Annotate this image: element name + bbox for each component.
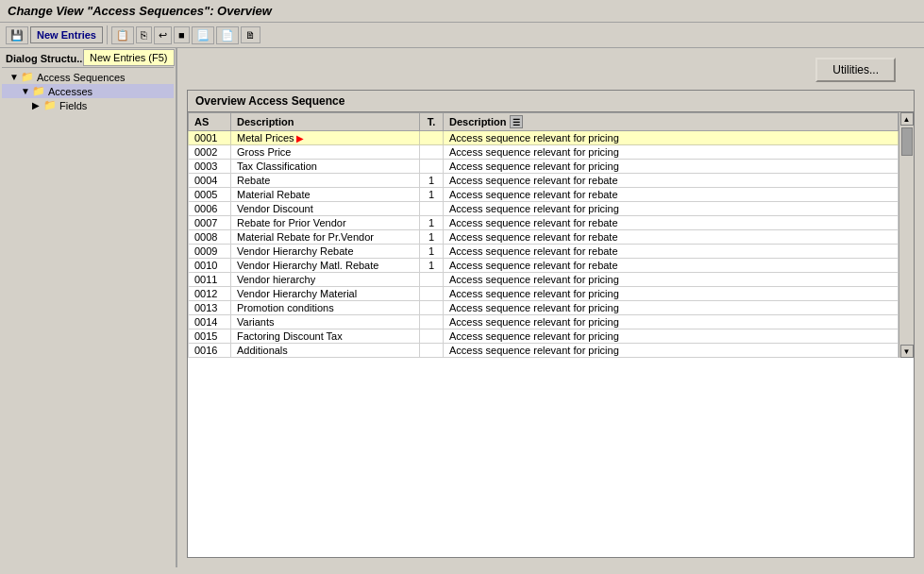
table-row[interactable]: 0003Tax ClassificationAccess sequence re… [189,160,899,174]
table-row[interactable]: 0009Vendor Hierarchy Rebate1Access seque… [189,245,899,259]
doc3-icon: 🗎 [245,29,256,41]
table-row[interactable]: 0012Vendor Hierarchy MaterialAccess sequ… [189,287,899,301]
copy-button[interactable]: 📋 [111,26,134,44]
check-icon: ■ [178,29,185,41]
cell-description: Promotion conditions [231,301,420,315]
doc1-button[interactable]: 📃 [192,26,214,44]
table-row[interactable]: 0006Vendor DiscountAccess sequence relev… [189,202,899,216]
utilities-button[interactable]: Utilities... [815,58,896,82]
col-settings-icon[interactable]: ☰ [510,115,523,128]
new-entries-button[interactable]: New Entries [30,26,103,43]
cell-type: 1 [420,174,444,188]
tree-label-access-sequences: Access Sequences [37,72,126,83]
cell-as: 0003 [189,160,231,174]
cell-description: Vendor Discount [231,202,420,216]
table-row[interactable]: 0005Material Rebate1Access sequence rele… [189,188,899,202]
undo-button[interactable]: ↩ [154,26,172,44]
cell-description2: Access sequence relevant for pricing [444,301,899,315]
table-row[interactable]: 0010Vendor Hierarchy Matl. Rebate1Access… [189,259,899,273]
cell-type: 1 [420,230,444,245]
doc2-button[interactable]: 📄 [216,26,239,44]
cell-description: Vendor Hierarchy Matl. Rebate [231,259,420,273]
save-button[interactable]: 💾 [6,26,28,44]
cell-type: 1 [420,216,444,230]
cell-as: 0007 [189,216,231,230]
cell-type [420,202,444,216]
scroll-up-arrow[interactable]: ▲ [900,112,914,126]
doc3-button[interactable]: 🗎 [241,26,260,43]
cell-description: Rebate [231,174,420,188]
vertical-scrollbar[interactable]: ▲ ▼ [899,112,914,358]
cell-description: Rebate for Prior Vendor [231,216,420,230]
cell-type [420,273,444,287]
cell-as: 0013 [189,301,231,315]
cell-description2: Access sequence relevant for pricing [444,315,899,329]
table-row[interactable]: 0004Rebate1Access sequence relevant for … [189,174,899,188]
table-row[interactable]: 0016AdditionalsAccess sequence relevant … [189,344,899,358]
cell-description2: Access sequence relevant for pricing [444,131,899,145]
cell-description2: Access sequence relevant for pricing [444,329,899,344]
cell-type [420,287,444,301]
table-row[interactable]: 0011Vendor hierarchyAccess sequence rele… [189,273,899,287]
table-row[interactable]: 0015Factoring Discount TaxAccess sequenc… [189,329,899,344]
cell-type [420,329,444,344]
cell-description2: Access sequence relevant for rebate [444,230,899,245]
main-area: Dialog Structu... ▼ 📁 Access Sequences ▼… [0,48,924,567]
table-row[interactable]: 0007Rebate for Prior Vendor1Access seque… [189,216,899,230]
col-header-description: Description [231,113,420,131]
table-wrapper: AS Description T. Descript [188,112,914,552]
cell-type: 1 [420,245,444,259]
check-button[interactable]: ■ [174,26,190,43]
cell-type [420,145,444,160]
tree-arrow-accesses: ▼ [21,86,30,96]
table-row[interactable]: 0002Gross PriceAccess sequence relevant … [189,145,899,160]
tree-label-fields: Fields [59,100,87,111]
table-row[interactable]: 0008Material Rebate for Pr.Vendor1Access… [189,230,899,245]
new-entries-label: New Entries [37,29,96,41]
tree-arrow-access-sequences: ▼ [9,72,19,82]
scroll-thumb[interactable] [901,127,913,156]
cell-description: Factoring Discount Tax [231,329,420,344]
copy2-icon: ⎘ [141,29,147,41]
cell-description: Material Rebate [231,188,420,202]
undo-icon: ↩ [159,29,167,42]
doc1-icon: 📃 [196,29,210,42]
cell-as: 0008 [189,230,231,245]
cell-description: Vendor Hierarchy Rebate [231,245,420,259]
cell-description2: Access sequence relevant for pricing [444,202,899,216]
cell-description: Tax Classification [231,160,420,174]
folder-icon-fields: 📁 [43,99,57,111]
cell-description2: Access sequence relevant for rebate [444,188,899,202]
scroll-area: AS Description T. Descript [188,112,914,358]
cell-as: 0014 [189,315,231,329]
cell-description: Variants [231,315,420,329]
cell-as: 0010 [189,259,231,273]
table-row[interactable]: 0014VariantsAccess sequence relevant for… [189,315,899,329]
cell-description: Gross Price [231,145,420,160]
toolbar: 💾 New Entries 📋 ⎘ ↩ ■ 📃 📄 🗎 New Entries … [0,23,924,48]
tree-item-fields[interactable]: ▶ 📁 Fields [2,98,174,112]
selection-marker: ▶ [294,133,305,144]
copy2-button[interactable]: ⎘ [136,26,152,43]
cell-as: 0002 [189,145,231,160]
cell-description: Additionals [231,344,420,358]
copy-icon: 📋 [116,29,129,42]
tree-label-accesses: Accesses [48,86,92,97]
tree-item-access-sequences[interactable]: ▼ 📁 Access Sequences [2,70,174,84]
table-row[interactable]: 0013Promotion conditionsAccess sequence … [189,301,899,315]
new-entries-tooltip: New Entries (F5) [83,49,175,66]
cell-description2: Access sequence relevant for pricing [444,145,899,160]
folder-icon-access-sequences: 📁 [21,71,34,83]
cell-as: 0012 [189,287,231,301]
right-panel: Utilities... Overview Access Sequence AS [177,48,924,567]
tree-item-accesses[interactable]: ▼ 📁 Accesses [2,84,174,98]
cell-description2: Access sequence relevant for rebate [444,174,899,188]
cell-type [420,160,444,174]
cell-as: 0001 [189,131,231,145]
utilities-area: Utilities... [187,58,915,82]
cell-as: 0005 [189,188,231,202]
table-row[interactable]: 0001Metal Prices ▶Access sequence releva… [189,131,899,145]
scroll-down-arrow[interactable]: ▼ [900,345,914,358]
cell-description2: Access sequence relevant for rebate [444,259,899,273]
title-bar: Change View "Access Sequences": Overview [0,0,924,23]
